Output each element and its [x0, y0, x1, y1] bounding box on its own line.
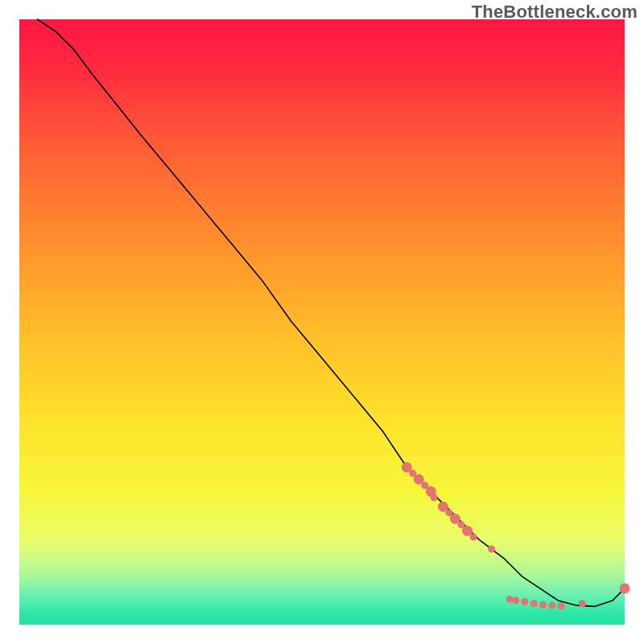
watermark-text: TheBottleneck.com [472, 2, 638, 23]
highlight-point [512, 597, 519, 604]
highlight-point [539, 601, 547, 609]
chart-svg [0, 0, 644, 644]
highlight-point [579, 600, 586, 607]
highlight-point [521, 598, 528, 605]
highlight-point [506, 596, 514, 603]
highlight-point [548, 601, 555, 609]
highlight-point [620, 583, 630, 593]
highlight-point [488, 546, 495, 553]
chart-stage: TheBottleneck.com [0, 0, 644, 644]
plot-background [19, 19, 625, 625]
highlight-point [470, 534, 477, 541]
highlight-point [558, 602, 565, 609]
highlight-point [431, 494, 438, 502]
highlight-point [530, 600, 538, 607]
